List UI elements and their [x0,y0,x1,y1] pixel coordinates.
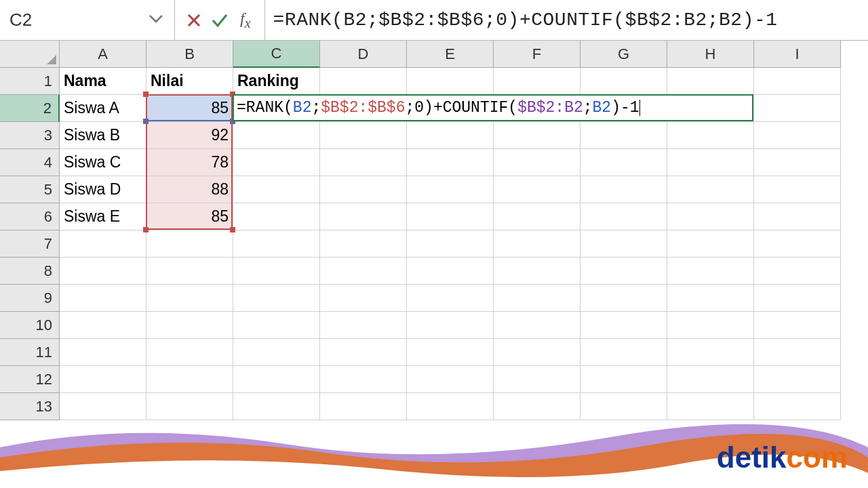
cell-C1[interactable]: Ranking [233,68,320,95]
cell-C6[interactable] [233,203,320,230]
cancel-icon[interactable] [184,11,203,30]
cell-B3[interactable]: 92 [146,122,233,149]
cell-B5[interactable]: 88 [146,176,233,203]
cell-F7[interactable] [494,230,580,258]
cell-C9[interactable] [233,285,320,312]
col-header-e[interactable]: E [407,41,494,68]
cell-G10[interactable] [580,312,667,339]
cell-A9[interactable] [60,285,146,312]
cell-H8[interactable] [667,258,754,285]
cell-E1[interactable] [407,68,494,95]
cell-I5[interactable] [754,176,841,203]
col-header-b[interactable]: B [146,41,233,68]
cell-I12[interactable] [754,366,841,393]
cell-B7[interactable] [146,230,233,258]
cell-I1[interactable] [754,68,841,95]
col-header-a[interactable]: A [60,41,146,68]
cell-B6[interactable]: 85 [146,203,233,230]
cell-I3[interactable] [754,122,841,149]
row-header-5[interactable]: 5 [0,176,60,203]
cell-G9[interactable] [580,285,667,312]
cell-E6[interactable] [407,203,494,230]
cell-F1[interactable] [494,68,580,95]
cell-G6[interactable] [580,203,667,230]
cell-A3[interactable]: Siswa B [60,122,146,149]
cell-E5[interactable] [407,176,494,203]
row-header-1[interactable]: 1 [0,68,60,95]
row-header-8[interactable]: 8 [0,258,60,285]
cell-D10[interactable] [320,312,407,339]
cell-A13[interactable] [60,393,146,420]
cell-D4[interactable] [320,149,407,176]
enter-icon[interactable] [210,11,229,30]
cell-A11[interactable] [60,339,146,366]
cell-I6[interactable] [754,203,841,230]
row-header-7[interactable]: 7 [0,230,60,258]
cell-E7[interactable] [407,230,494,258]
cell-D7[interactable] [320,230,407,258]
cell-I7[interactable] [754,230,841,258]
cell-C5[interactable] [233,176,320,203]
cell-H9[interactable] [667,285,754,312]
cell-H10[interactable] [667,312,754,339]
cell-F3[interactable] [494,122,580,149]
cell-F8[interactable] [494,258,580,285]
formula-input[interactable]: =RANK(B2;$B$2:$B$6;0)+COUNTIF($B$2:B2;B2… [265,9,868,30]
cell-B10[interactable] [146,312,233,339]
col-header-c[interactable]: C [233,41,320,68]
cell-E3[interactable] [407,122,494,149]
cell-B1[interactable]: Nilai [146,68,233,95]
cell-C3[interactable] [233,122,320,149]
cell-A7[interactable] [60,230,146,258]
cell-I11[interactable] [754,339,841,366]
cell-E13[interactable] [407,393,494,420]
cell-E10[interactable] [407,312,494,339]
cell-B8[interactable] [146,258,233,285]
cell-G3[interactable] [580,122,667,149]
col-header-g[interactable]: G [580,41,667,68]
cell-F5[interactable] [494,176,580,203]
cell-E8[interactable] [407,258,494,285]
cell-I13[interactable] [754,393,841,420]
cell-F10[interactable] [494,312,580,339]
cell-C13[interactable] [233,393,320,420]
cell-A5[interactable]: Siswa D [60,176,146,203]
cell-F12[interactable] [494,366,580,393]
row-header-6[interactable]: 6 [0,203,60,230]
cell-D13[interactable] [320,393,407,420]
fx-icon[interactable]: fx [236,9,255,31]
cell-B12[interactable] [146,366,233,393]
cell-F11[interactable] [494,339,580,366]
cell-I10[interactable] [754,312,841,339]
cell-H13[interactable] [667,393,754,420]
row-header-11[interactable]: 11 [0,339,60,366]
cell-B2[interactable]: 85 [146,95,233,122]
cell-A10[interactable] [60,312,146,339]
cell-E12[interactable] [407,366,494,393]
cell-C10[interactable] [233,312,320,339]
cell-D5[interactable] [320,176,407,203]
cell-D6[interactable] [320,203,407,230]
cell-G13[interactable] [580,393,667,420]
chevron-down-icon[interactable] [149,14,163,26]
cell-A2[interactable]: Siswa A [60,95,146,122]
row-header-4[interactable]: 4 [0,149,60,176]
cell-C4[interactable] [233,149,320,176]
cell-H5[interactable] [667,176,754,203]
cell-I9[interactable] [754,285,841,312]
cell-A8[interactable] [60,258,146,285]
cell-editor[interactable]: =RANK(B2;$B$2:$B$6;0)+COUNTIF($B$2:B2;B2… [233,94,753,121]
cell-H3[interactable] [667,122,754,149]
cell-I8[interactable] [754,258,841,285]
cell-E11[interactable] [407,339,494,366]
cell-D1[interactable] [320,68,407,95]
cell-G11[interactable] [580,339,667,366]
cell-D9[interactable] [320,285,407,312]
cell-B9[interactable] [146,285,233,312]
cell-G8[interactable] [580,258,667,285]
cell-H11[interactable] [667,339,754,366]
cell-F13[interactable] [494,393,580,420]
cell-B4[interactable]: 78 [146,149,233,176]
cell-A12[interactable] [60,366,146,393]
cell-G12[interactable] [580,366,667,393]
